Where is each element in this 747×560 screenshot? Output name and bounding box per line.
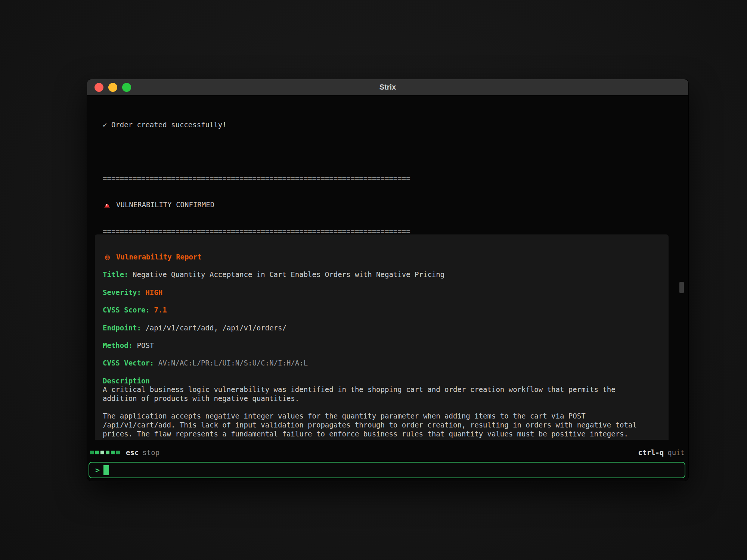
report-vector-row: CVSS Vector: AV:N/AC:L/PR:L/UI:N/S:U/C:N… bbox=[103, 359, 669, 368]
description-text-line: The application accepts negative integer… bbox=[103, 412, 669, 421]
vulnerability-report-panel: Vulnerability Report Title: Negative Qua… bbox=[95, 234, 669, 440]
cvss-vector-value: AV:N/AC:L/PR:L/UI:N/S:U/C:N/I:H/A:L bbox=[158, 359, 308, 368]
window-title: Strix bbox=[87, 83, 688, 91]
maximize-window-button[interactable] bbox=[122, 83, 131, 92]
spinner-square bbox=[116, 451, 120, 454]
order-success-message: ✓ Order created successfully! bbox=[103, 121, 673, 130]
separator-line: ========================================… bbox=[103, 174, 673, 183]
method-label: Method: bbox=[103, 341, 133, 350]
endpoint-label: Endpoint: bbox=[103, 324, 141, 333]
scrollbar-thumb[interactable] bbox=[679, 282, 684, 293]
description-text-line: addition of products with negative quant… bbox=[103, 394, 669, 403]
endpoint-value: /api/v1/cart/add, /api/v1/orders/ bbox=[145, 324, 286, 333]
report-header-text: Vulnerability Report bbox=[116, 253, 202, 262]
activity-spinner bbox=[90, 451, 120, 454]
bug-icon bbox=[103, 253, 112, 262]
vulnerability-confirmed-text: VULNERABILITY CONFIRMED bbox=[116, 200, 214, 209]
title-label: Title: bbox=[103, 270, 128, 279]
window-titlebar: Strix bbox=[87, 79, 688, 96]
text-cursor bbox=[103, 465, 109, 475]
ctrl-q-key-hint: ctrl-q bbox=[638, 448, 664, 457]
severity-value: HIGH bbox=[145, 288, 162, 297]
description-text-line: A critical business logic vulnerability … bbox=[103, 385, 669, 394]
cvss-score-value: 7.1 bbox=[154, 306, 167, 315]
spinner-square bbox=[106, 451, 109, 454]
esc-key-hint: esc bbox=[126, 448, 139, 457]
vulnerability-confirmed-banner: VULNERABILITY CONFIRMED bbox=[103, 200, 673, 209]
severity-label: Severity: bbox=[103, 288, 141, 297]
siren-icon bbox=[103, 200, 112, 209]
quit-action-label: quit bbox=[667, 448, 685, 457]
prompt-chevron: > bbox=[95, 466, 100, 475]
desktop-background: { "window": { "title": "Strix" }, "termi… bbox=[0, 0, 747, 560]
report-cvss-row: CVSS Score: 7.1 bbox=[103, 306, 669, 315]
command-input[interactable]: > bbox=[89, 462, 685, 478]
report-method-row: Method: POST bbox=[103, 341, 669, 350]
stop-action-label: stop bbox=[142, 448, 159, 457]
method-value: POST bbox=[137, 341, 154, 350]
report-title-row: Title: Negative Quantity Acceptance in C… bbox=[103, 270, 669, 279]
spinner-square bbox=[90, 451, 94, 454]
description-heading: Description bbox=[103, 377, 669, 386]
strix-terminal-window: Strix ✓ Order created successfully! ====… bbox=[87, 79, 688, 481]
cvss-score-label: CVSS Score: bbox=[103, 306, 150, 315]
cvss-vector-label: CVSS Vector: bbox=[103, 359, 154, 368]
report-header: Vulnerability Report bbox=[103, 253, 669, 262]
description-text-line: prices. The flaw represents a fundamenta… bbox=[103, 430, 669, 439]
spinner-square bbox=[111, 451, 115, 454]
close-window-button[interactable] bbox=[94, 83, 103, 92]
report-endpoint-row: Endpoint: /api/v1/cart/add, /api/v1/orde… bbox=[103, 324, 669, 333]
description-text-line: /api/v1/cart/add. This lack of input val… bbox=[103, 421, 669, 430]
footer-hint-bar: esc stop ctrl-q quit bbox=[90, 447, 685, 458]
spinner-square bbox=[100, 451, 104, 454]
title-value: Negative Quantity Acceptance in Cart Ena… bbox=[133, 270, 444, 279]
report-severity-row: Severity: HIGH bbox=[103, 288, 669, 297]
minimize-window-button[interactable] bbox=[108, 83, 117, 92]
spinner-square bbox=[95, 451, 99, 454]
window-controls bbox=[87, 83, 131, 92]
